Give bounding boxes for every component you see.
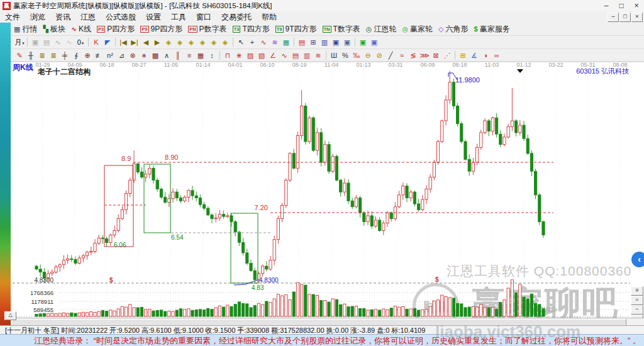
menu-item-1[interactable]: 浏览: [25, 13, 50, 21]
winner-wheel-button[interactable]: ◎赢家轮: [402, 24, 433, 35]
grid-tool-icon[interactable]: ▦: [280, 37, 292, 47]
shade-grid-icon[interactable]: ▩: [150, 50, 161, 60]
pointer-tool-icon[interactable]: ↖: [235, 37, 247, 47]
pattern-disabled-icon[interactable]: ▣: [30, 37, 41, 47]
menu-item-4[interactable]: 公式选股: [101, 13, 141, 21]
menu-item-6[interactable]: 工具: [166, 13, 191, 21]
menu-item-9[interactable]: 帮助: [257, 13, 282, 21]
go-first-icon[interactable]: |◀: [118, 37, 129, 47]
gate-tool-icon[interactable]: ⊓: [222, 50, 233, 60]
go-last-icon[interactable]: ▶|: [129, 37, 140, 47]
menu-item-8[interactable]: 交易委托: [216, 13, 257, 21]
time-grid-icon[interactable]: ╫: [25, 50, 36, 60]
notepad-icon[interactable]: ▥: [319, 37, 330, 47]
hexagon-button[interactable]: ◇六角形: [438, 24, 468, 35]
p-number-table-button[interactable]: PNP数字表: [188, 24, 226, 35]
golden-ratio-icon[interactable]: ⊘: [374, 50, 385, 60]
calendar-icon[interactable]: ▤: [296, 37, 308, 47]
minimize-button[interactable]: –: [599, 1, 614, 11]
ray-fan-icon[interactable]: ⋇: [233, 50, 245, 60]
pane-size-2-button[interactable]: =: [631, 296, 643, 305]
kline-button[interactable]: ∿K线: [71, 24, 91, 35]
price-levels-icon[interactable]: ≣: [36, 50, 48, 60]
close-button[interactable]: ×: [629, 1, 644, 11]
v-arrows-icon[interactable]: ↕: [206, 50, 218, 60]
k-style-icon[interactable]: K: [91, 37, 102, 47]
line2-disabled-icon[interactable]: ∿: [64, 37, 75, 47]
winner-service-button[interactable]: $赢家服务: [474, 24, 510, 35]
diag-dots-icon[interactable]: ⋰: [441, 50, 453, 60]
yellow-grid-icon[interactable]: ⊞: [457, 50, 469, 60]
menu-item-5[interactable]: 设置: [141, 13, 166, 21]
menu-item-0[interactable]: 文件: [0, 13, 25, 21]
band-tool-icon[interactable]: ≋: [269, 37, 280, 47]
gann-wheel-button[interactable]: ◎江恩轮: [366, 24, 397, 35]
yin-yang-icon[interactable]: ◑: [480, 50, 491, 60]
gann-diamond-3-icon[interactable]: ◈: [186, 37, 197, 47]
gann-diamond-4-icon[interactable]: ◈: [197, 37, 208, 47]
mdi-minimize-button[interactable]: –: [608, 13, 619, 22]
t-square-button[interactable]: T3T四方形: [233, 24, 270, 35]
flag-marker-icon[interactable]: ◤: [102, 37, 113, 47]
star-rays-icon[interactable]: ∗: [138, 50, 150, 60]
infinity-icon[interactable]: ∞: [491, 50, 502, 60]
v-shade-icon[interactable]: ▥: [301, 50, 313, 60]
report-disabled-icon[interactable]: ▤: [41, 37, 52, 47]
comb-grid-icon[interactable]: ▦: [195, 50, 206, 60]
t-number-table-button[interactable]: TNT数字表: [323, 24, 360, 35]
save-icon[interactable]: ▣: [330, 37, 341, 47]
fast-lines-icon[interactable]: ⋙: [419, 50, 430, 60]
p-square-button[interactable]: P3P四方形: [97, 24, 135, 35]
shade-right-icon[interactable]: ▧: [256, 50, 267, 60]
menu-item-7[interactable]: 窗口: [191, 13, 216, 21]
wedge-icon[interactable]: ∧: [161, 50, 172, 60]
comb-tool-icon[interactable]: Ш: [328, 50, 340, 60]
pen-tool-icon[interactable]: ✎: [14, 50, 25, 60]
triangle-tool-icon[interactable]: ⊿: [116, 50, 127, 60]
mdi-close-button[interactable]: ×: [631, 13, 643, 22]
gann-diamond-1-icon[interactable]: ◈: [163, 37, 174, 47]
minmax-lines-icon[interactable]: ≶: [408, 50, 419, 60]
golden-section-icon[interactable]: ⊖: [362, 50, 374, 60]
pane-size-1-button[interactable]: −: [631, 305, 643, 315]
triple-lines-icon[interactable]: ≡: [184, 50, 195, 60]
sidebar-collapse-button[interactable]: ‹: [631, 252, 644, 267]
box-x-icon[interactable]: ⊠: [430, 50, 441, 60]
price-levels2-icon[interactable]: ≣: [48, 50, 59, 60]
9p-square-button[interactable]: P99P四方形: [140, 24, 182, 35]
digit-selector[interactable]: 0▾: [75, 37, 86, 47]
gann-diamond-6-icon[interactable]: ◈: [219, 37, 231, 47]
cross-grid-icon[interactable]: ╪: [59, 50, 70, 60]
triple-wave-icon[interactable]: ≋: [313, 50, 324, 60]
kline-chart[interactable]: 周K线老子十二宫结构603015 弘讯科技8.98.907.206.546.06…: [0, 62, 644, 318]
menu-item-2[interactable]: 资讯: [50, 13, 75, 21]
step-forward-icon[interactable]: ▶: [152, 37, 163, 47]
wave-line-icon[interactable]: ∿: [279, 50, 290, 60]
maximize-button[interactable]: □: [614, 1, 629, 11]
step-back-icon[interactable]: ◀: [140, 37, 152, 47]
quotes-button[interactable]: ▦行情: [14, 24, 37, 35]
diag-line-icon[interactable]: ╱: [385, 50, 396, 60]
circle-tool-icon[interactable]: ⊕: [82, 50, 93, 60]
export-data-icon[interactable]: ▣: [357, 37, 369, 47]
volume-pane-expand-button[interactable]: △: [4, 311, 16, 320]
period-month-selector[interactable]: 月▾: [14, 37, 25, 47]
target-tool-icon[interactable]: ⊗: [127, 50, 138, 60]
shade-left-icon[interactable]: ▨: [245, 50, 256, 60]
pane-size-3-button[interactable]: ≡: [631, 286, 643, 296]
percent-tool-icon[interactable]: %: [340, 50, 351, 60]
square-numbers-icon[interactable]: n²: [104, 50, 116, 60]
save-as-icon[interactable]: ▣: [341, 37, 353, 47]
double-bars-icon[interactable]: ║: [172, 50, 184, 60]
h-shade-icon[interactable]: ▤: [290, 50, 301, 60]
gann-diamond-5-icon[interactable]: ◈: [208, 37, 219, 47]
hatch-icon[interactable]: ≢: [93, 50, 104, 60]
menu-item-3[interactable]: 江恩: [75, 13, 101, 21]
calculator-icon[interactable]: ⊞: [308, 37, 319, 47]
line-disabled-icon[interactable]: ∿: [52, 37, 64, 47]
mdi-restore-button[interactable]: □: [619, 13, 631, 22]
arc-tool-icon[interactable]: ∮: [70, 50, 82, 60]
import-data-icon[interactable]: ▣: [369, 37, 380, 47]
crosshair-tool-icon[interactable]: +: [247, 37, 258, 47]
angle-chart-icon[interactable]: ∡: [469, 50, 480, 60]
